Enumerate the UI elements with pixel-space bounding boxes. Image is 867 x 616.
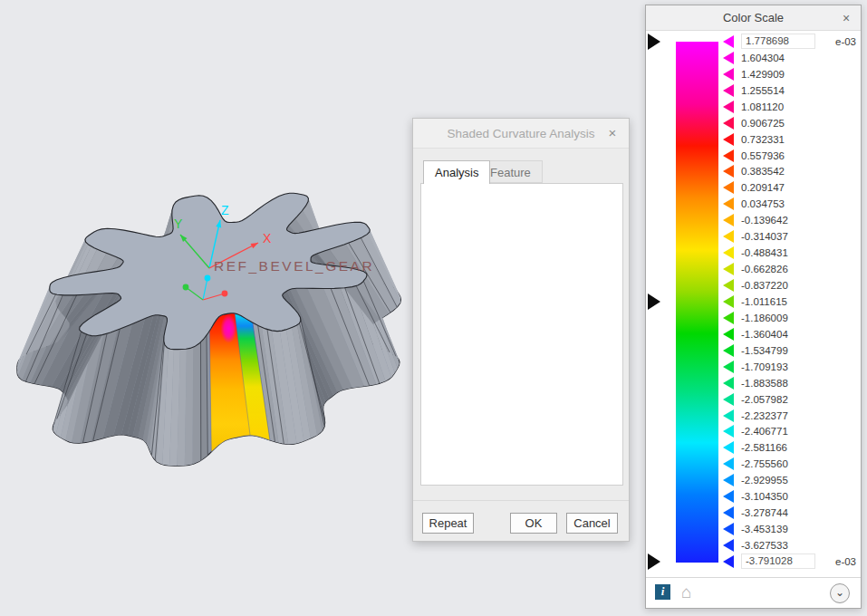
scale-arrow-handle[interactable]	[723, 230, 734, 243]
scale-arrow-handle[interactable]	[723, 295, 734, 308]
color-scale-row: -2.232377	[723, 408, 859, 424]
scale-range-marker[interactable]	[648, 34, 660, 50]
y-axis-label: Y	[174, 217, 183, 231]
model-name-label: REF_BEVEL_GEAR	[214, 258, 374, 274]
scale-value-label: 0.906725	[741, 118, 785, 129]
analysis-groupbox	[420, 183, 623, 486]
color-scale-row: 0.209147	[723, 179, 859, 196]
dialog-close-icon[interactable]: ×	[605, 126, 620, 140]
scale-arrow-handle[interactable]	[723, 68, 734, 81]
tab-analysis[interactable]: Analysis	[423, 160, 490, 184]
scale-arrow-handle[interactable]	[723, 84, 734, 97]
scale-arrow-handle[interactable]	[723, 165, 734, 178]
scale-value-label: 0.209147	[741, 182, 785, 193]
scale-range-marker[interactable]	[648, 553, 660, 570]
scale-min-input[interactable]: -3.791028	[741, 553, 815, 569]
scale-arrow-handle[interactable]	[723, 101, 734, 113]
color-scale-row: 0.557936	[723, 148, 859, 164]
scale-arrow-handle[interactable]	[723, 425, 734, 438]
color-scale-close-icon[interactable]: ×	[839, 11, 853, 25]
scale-max-input[interactable]: 1.778698	[741, 34, 815, 49]
dialog-separator	[413, 500, 629, 501]
scale-arrow-handle[interactable]	[723, 490, 734, 503]
scale-arrow-handle[interactable]	[723, 181, 734, 194]
scale-arrow-handle[interactable]	[723, 279, 734, 292]
scale-arrow-handle[interactable]	[723, 409, 734, 422]
scale-value-label: -1.709193	[741, 361, 788, 372]
scale-arrow-handle[interactable]	[723, 52, 734, 64]
scale-arrow-handle[interactable]	[723, 377, 734, 390]
color-scale-row: -3.278744	[723, 505, 859, 521]
scale-arrow-handle[interactable]	[723, 474, 734, 486]
scale-value-label: 1.255514	[741, 85, 785, 96]
color-scale-row: 0.034753	[723, 196, 859, 212]
scale-value-label: -2.057982	[741, 394, 788, 405]
home-icon[interactable]: ⌂	[681, 583, 691, 602]
color-scale-row: -1.883588	[723, 375, 859, 391]
color-scale-row: -1.360404	[723, 326, 859, 342]
scale-arrow-handle[interactable]	[723, 312, 734, 324]
exponent-label: e-03	[835, 556, 856, 567]
scale-arrow-handle[interactable]	[723, 246, 734, 259]
scale-value-label: 0.383542	[741, 166, 785, 177]
scale-arrow-handle[interactable]	[723, 263, 734, 275]
scale-range-marker[interactable]	[648, 294, 660, 310]
scale-arrow-handle[interactable]	[723, 506, 734, 519]
scale-arrow-handle[interactable]	[723, 117, 734, 130]
scale-arrow-handle[interactable]	[723, 523, 734, 535]
scale-value-label: -0.488431	[741, 247, 788, 258]
dialog-titlebar[interactable]: Shaded Curvature Analysis ×	[413, 119, 629, 149]
scale-value-label: -1.883588	[741, 378, 788, 389]
scale-arrow-handle[interactable]	[723, 555, 734, 568]
color-scale-row: -3.627533	[723, 537, 859, 553]
color-scale-values: 1.778698e-031.6043041.4299091.2555141.08…	[723, 34, 859, 570]
scale-value-label: -3.627533	[741, 540, 788, 551]
scale-value-label: 1.081120	[741, 101, 784, 112]
color-scale-row: -3.104350	[723, 488, 859, 505]
x-axis-label: X	[263, 231, 272, 245]
color-scale-row: -1.709193	[723, 359, 859, 375]
scale-arrow-handle[interactable]	[723, 328, 734, 341]
color-scale-row: -0.837220	[723, 277, 859, 294]
scale-value-label: 0.557936	[741, 150, 785, 161]
scale-value-label: -0.662826	[741, 264, 788, 274]
scale-arrow-handle[interactable]	[723, 35, 734, 48]
scale-value-label: -2.755560	[741, 458, 788, 469]
color-scale-row: -0.488431	[723, 245, 859, 261]
scale-value-label: 0.732331	[741, 134, 785, 145]
scale-value-label: -2.581166	[741, 442, 787, 453]
scale-arrow-handle[interactable]	[723, 361, 734, 373]
scale-value-label: -1.011615	[741, 296, 787, 307]
scale-value-label: -3.278744	[741, 507, 788, 518]
scale-value-label: 0.034753	[741, 198, 785, 209]
color-scale-row: -2.929955	[723, 472, 859, 488]
scale-arrow-handle[interactable]	[723, 197, 734, 210]
repeat-button[interactable]: Repeat	[422, 513, 474, 534]
exponent-label: e-03	[835, 36, 856, 47]
color-scale-titlebar[interactable]: Color Scale ×	[646, 5, 861, 31]
chevron-down-icon: ⌄	[835, 586, 844, 599]
scale-value-label: -2.232377	[741, 410, 788, 421]
color-scale-toolbar: i ⌂ ⌄	[646, 577, 861, 608]
color-scale-row: -2.057982	[723, 391, 859, 408]
cancel-button[interactable]: Cancel	[566, 513, 618, 534]
color-scale-row: 1.604304	[723, 50, 859, 66]
color-scale-row: 0.383542	[723, 164, 859, 180]
info-icon[interactable]: i	[655, 584, 670, 600]
ok-button[interactable]: OK	[510, 513, 557, 534]
scale-arrow-handle[interactable]	[723, 149, 734, 162]
bevel-gear-model: REF_BEVEL_GEAR Z Y X	[0, 0, 426, 489]
scale-arrow-handle[interactable]	[723, 133, 734, 146]
color-scale-row: -2.755560	[723, 456, 859, 472]
scale-arrow-handle[interactable]	[723, 344, 734, 357]
scale-arrow-handle[interactable]	[723, 539, 734, 552]
scale-value-label: -2.406771	[741, 426, 788, 437]
scale-value-label: -3.104350	[741, 491, 788, 502]
scale-arrow-handle[interactable]	[723, 441, 734, 454]
collapse-panel-button[interactable]: ⌄	[830, 583, 850, 603]
scale-arrow-handle[interactable]	[723, 393, 734, 406]
scale-arrow-handle[interactable]	[723, 457, 734, 470]
color-scale-row: -2.581166	[723, 439, 859, 456]
scale-arrow-handle[interactable]	[723, 214, 734, 226]
color-scale-row: -3.791028e-03	[723, 553, 859, 570]
